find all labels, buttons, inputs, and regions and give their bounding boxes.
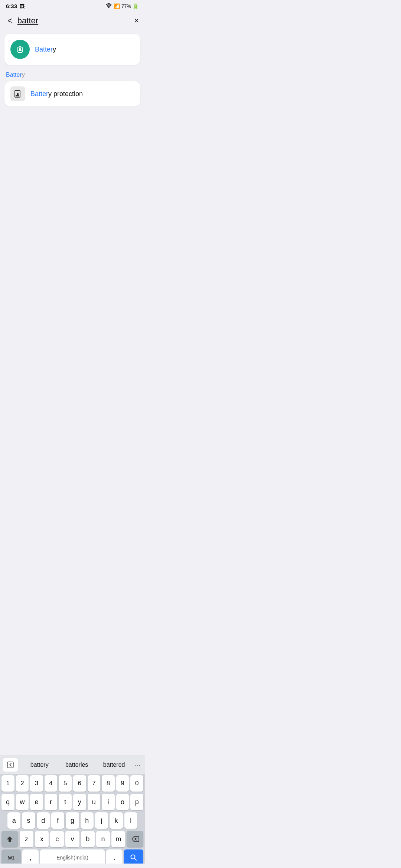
settings-suffix: y protection (48, 90, 83, 98)
app-result-label: Battery (35, 46, 56, 53)
settings-highlight: Batter (30, 90, 48, 98)
settings-result-label: Battery protection (30, 90, 83, 98)
search-bar: < batter × (0, 11, 145, 31)
search-query[interactable]: batter (17, 16, 38, 26)
section-header: Battery (0, 68, 145, 80)
svg-rect-9 (17, 93, 19, 95)
section-dim: y (22, 72, 25, 78)
settings-result-card[interactable]: Battery protection (4, 81, 140, 106)
battery-settings-icon (10, 86, 25, 101)
svg-point-0 (108, 6, 110, 8)
status-bar: 6:33 🖼 📶 77% 🔋 (0, 0, 145, 11)
status-icons: 📶 77% 🔋 (105, 3, 139, 9)
svg-rect-4 (19, 50, 22, 51)
gallery-icon: 🖼 (19, 3, 25, 9)
signal-icon: 📶 (114, 3, 120, 9)
back-button[interactable]: < (6, 14, 14, 27)
result-suffix: y (53, 46, 56, 53)
svg-rect-8 (16, 95, 19, 96)
search-input-container: batter × (17, 16, 139, 26)
svg-rect-5 (19, 48, 21, 50)
wifi-icon (105, 3, 112, 9)
battery-icon: 🔋 (133, 3, 139, 9)
section-highlight: Batter (6, 72, 22, 78)
clear-button[interactable]: × (134, 16, 139, 26)
status-time: 6:33 (6, 3, 17, 9)
svg-rect-7 (17, 90, 18, 91)
battery-app-icon (10, 40, 30, 59)
app-result-card[interactable]: Battery (4, 34, 140, 65)
highlight-batter: Batter (35, 46, 53, 53)
battery-percent: 77% (121, 3, 131, 9)
